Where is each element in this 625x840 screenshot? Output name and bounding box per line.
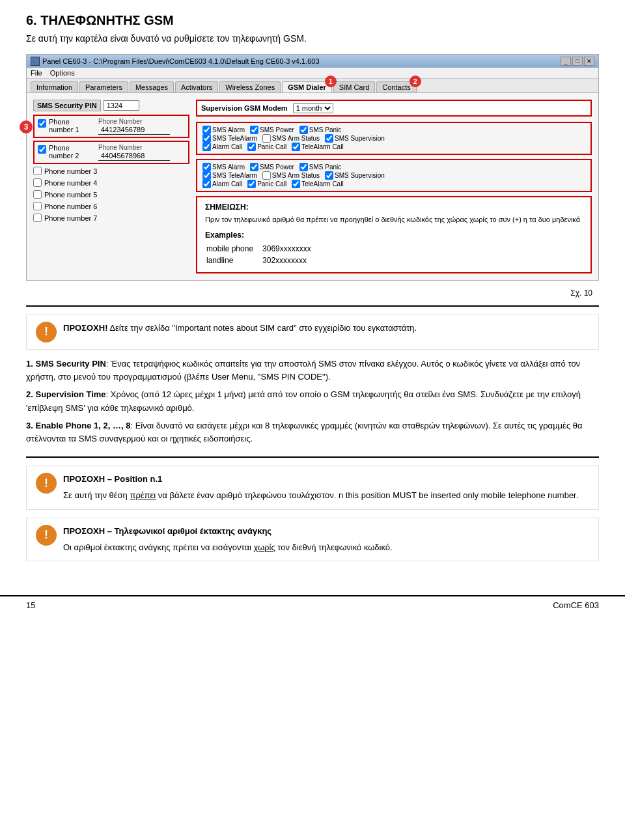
phone-7-row: Phone number 7	[33, 214, 189, 222]
item-1-num: 1.	[26, 359, 35, 369]
examples-table: mobile phone 3069xxxxxxxx landline 302xx…	[205, 242, 320, 267]
page-title: 6. ΤΗΛΕΦΩΝΗΤΗΣ GSM	[26, 13, 599, 28]
menu-options[interactable]: Options	[50, 69, 75, 77]
maximize-button[interactable]: □	[572, 57, 583, 66]
sms-supervision-1: SMS Supervision	[325, 134, 385, 143]
alarm-call-2: Alarm Call	[202, 180, 242, 188]
attention-body-text: Δείτε την σελίδα "Important notes about …	[109, 323, 417, 333]
sms-row-6: Alarm Call Panic Call TeleAlarm Call	[202, 180, 585, 188]
right-form-panel: Supervision GSM Modem 1 month SMS Alarm …	[196, 100, 592, 273]
tab-gsm-dialer[interactable]: GSM Dialer 1	[282, 81, 332, 92]
screenshot-window: Panel CE60-3 - C:\Program Files\Duevi\Co…	[26, 54, 599, 281]
menu-file[interactable]: File	[31, 69, 42, 77]
phone-3-checkbox[interactable]	[33, 167, 42, 175]
phone-5-row: Phone number 5	[33, 190, 189, 199]
attention-text: ΠΡΟΣΟΧΗ! Δείτε την σελίδα "Important not…	[63, 322, 417, 335]
telealarm-call-2: TeleAlarm Call	[292, 180, 343, 188]
note-heading: ΣΗΜΕΙΩΣΗ:	[205, 203, 583, 212]
warning-box-2: ! ΠΡΟΣΟΧΗ – Τηλεφωνικοί αριθμοί έκτακτης…	[26, 518, 599, 562]
sms-row-3: Alarm Call Panic Call TeleAlarm Call	[202, 143, 585, 151]
warning-icon-1: !	[36, 473, 57, 494]
sms-row-2: SMS TeleAlarm SMS Arm Status SMS Supervi…	[202, 134, 585, 143]
phone-1-fields: Phone Number	[98, 118, 170, 135]
phone-6-checkbox[interactable]	[33, 202, 42, 210]
telealarm-call-1: TeleAlarm Call	[292, 143, 343, 151]
warning-icon-2: !	[36, 525, 57, 546]
item-2-num: 2.	[26, 389, 35, 399]
sms-arm-1: SMS Arm Status	[262, 134, 320, 143]
sms-row-1: SMS Alarm SMS Power SMS Panic	[202, 126, 585, 134]
phone-4-checkbox[interactable]	[33, 178, 42, 187]
examples-block: Examples: mobile phone 3069xxxxxxxx land…	[205, 231, 583, 267]
example-value-2: 302xxxxxxxx	[262, 255, 319, 266]
close-button[interactable]: ✕	[584, 57, 594, 66]
phone-1-checkbox[interactable]	[38, 119, 46, 128]
item-3-num: 3.	[26, 421, 35, 430]
item-1-body: Ένας τετραψήφιος κωδικός απαιτείτε για τ…	[26, 359, 580, 382]
phone-4-row: Phone number 4	[33, 178, 189, 187]
attention-icon: !	[36, 322, 57, 343]
pin-input[interactable]	[104, 100, 139, 111]
footer-page-num: 15	[26, 600, 35, 610]
page-subtitle: Σε αυτή την καρτέλα είναι δυνατό να ρυθμ…	[26, 33, 599, 44]
attention-box: ! ΠΡΟΣΟΧΗ! Δείτε την σελίδα "Important n…	[26, 315, 599, 350]
phone-2-input[interactable]	[98, 151, 170, 161]
sms-telealarm-2: SMS TeleAlarm	[202, 171, 257, 180]
window-title: Panel CE60-3 - C:\Program Files\Duevi\Co…	[42, 57, 320, 65]
phone-2-fields: Phone Number	[98, 144, 170, 161]
window-controls[interactable]: _ □ ✕	[561, 57, 594, 66]
page-footer: 15 ComCE 603	[0, 595, 625, 614]
window-menubar: File Options	[27, 68, 598, 79]
warning-body-2: Οι αριθμοί έκτακτης ανάγκης πρέπει να ει…	[63, 541, 393, 555]
divider-1	[26, 305, 599, 307]
item-1-title: SMS Security PIN	[35, 359, 105, 369]
sms-options-phone1: SMS Alarm SMS Power SMS Panic SMS TeleAl…	[196, 122, 592, 155]
supervision-select[interactable]: 1 month	[293, 103, 333, 113]
tab-parameters[interactable]: Parameters	[79, 81, 128, 92]
phone-7-checkbox[interactable]	[33, 214, 42, 222]
example-type-2: landline	[206, 255, 261, 266]
warning-text-1: ΠΡΟΣΟΧΗ – Position n.1 Σε αυτή την θέση …	[63, 473, 578, 503]
phone-6-label: Phone number 6	[44, 203, 97, 210]
phone-5-label: Phone number 5	[44, 191, 97, 199]
item-1-text: 1. SMS Security PIN: Ένας τετραψήφιος κω…	[26, 357, 599, 385]
tab-information[interactable]: Information	[31, 81, 78, 92]
phone-4-label: Phone number 4	[44, 179, 97, 187]
note-box-inner: ΣΗΜΕΙΩΣΗ: Πριν τον τηλεφωνικό αριθμό θα …	[196, 196, 592, 273]
phone-2-label: Phone number 2	[49, 144, 96, 160]
sms-supervision-2: SMS Supervision	[325, 171, 385, 180]
phone-1-input[interactable]	[98, 125, 170, 135]
tab-contacts[interactable]: Contacts 2	[376, 81, 416, 92]
sms-arm-2: SMS Arm Status	[262, 171, 320, 180]
figure-caption: Σχ. 10	[26, 288, 592, 298]
tab-sim-card[interactable]: SIM Card	[333, 81, 375, 92]
item-2-body: Χρόνος (από 12 ώρες μέχρι 1 μήνα) μετά α…	[26, 389, 581, 413]
warning-text-2: ΠΡΟΣΟΧΗ – Τηλεφωνικοί αριθμοί έκτακτης α…	[63, 525, 393, 555]
item-2-title: Supervision Time	[35, 389, 105, 399]
sms-telealarm-1: SMS TeleAlarm	[202, 134, 257, 143]
window-content: SMS Security PIN 3 Phone number 1 Phone …	[27, 93, 598, 280]
tab-activators[interactable]: Activators	[175, 81, 218, 92]
left-form-panel: SMS Security PIN 3 Phone number 1 Phone …	[33, 100, 189, 273]
sms-alarm-2: SMS Alarm	[202, 163, 245, 171]
divider-2	[26, 456, 599, 458]
example-value-1: 3069xxxxxxxx	[262, 244, 319, 254]
tab-messages[interactable]: Messages	[130, 81, 174, 92]
phone-1-label: Phone number 1	[49, 118, 96, 133]
badge-3: 3	[20, 120, 33, 133]
tab-wireless[interactable]: Wireless Zones	[219, 81, 281, 92]
sms-power-1: SMS Power	[250, 126, 294, 134]
phone-2-checkbox[interactable]	[38, 145, 46, 154]
window-icon	[31, 57, 40, 66]
sms-alarm-1: SMS Alarm	[202, 126, 245, 134]
item-3-title: Enable Phone 1, 2, …, 8	[35, 421, 130, 430]
phone-5-checkbox[interactable]	[33, 190, 42, 199]
badge-1: 1	[325, 76, 337, 87]
sms-row-4: SMS Alarm SMS Power SMS Panic	[202, 163, 585, 171]
sms-row-5: SMS TeleAlarm SMS Arm Status SMS Supervi…	[202, 171, 585, 180]
minimize-button[interactable]: _	[561, 57, 571, 66]
pin-row: SMS Security PIN	[33, 100, 189, 111]
tabs-bar: Information Parameters Messages Activato…	[27, 79, 598, 93]
item-2-text: 2. Supervision Time: Χρόνος (από 12 ώρες…	[26, 388, 599, 415]
phone-1-block: 3 Phone number 1 Phone Number	[33, 115, 189, 138]
